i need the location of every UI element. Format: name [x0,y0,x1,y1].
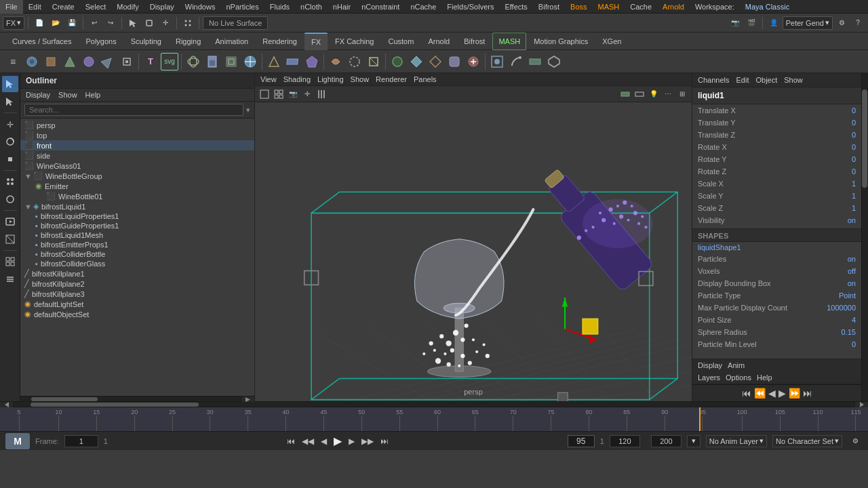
menu-nconstraint[interactable]: nConstraint [356,0,405,14]
outliner-item-emitter[interactable]: ◉ Emitter [20,181,254,191]
shelf-icon-24[interactable] [526,53,544,70]
outliner-item-winebottle01[interactable]: ⬛ WineBottle01 [20,191,254,201]
channels-submenu-options[interactable]: Options [726,373,751,382]
select-tool[interactable] [2,76,18,92]
vp-icon-1[interactable] [258,87,271,101]
outliner-item-bf-collider-glass[interactable]: ▪ bifrostColliderGlass [20,259,254,268]
render-tool[interactable] [2,214,18,230]
shelf-icon-7[interactable] [184,53,202,70]
menu-ncache[interactable]: nCache [405,0,441,14]
search-options-btn[interactable]: ▾ [246,106,250,115]
channels-edit[interactable]: Edit [736,76,749,84]
outliner-item-winebottlegroup[interactable]: ▼ ⬛ WineBottleGroup [20,171,254,181]
no-live-surface-btn[interactable]: No Live Surface [203,16,268,30]
play-start-btn[interactable]: ⏮ [285,436,296,446]
settings-btn[interactable]: ⚙ [834,16,849,30]
nav-frame-fwd-btn[interactable]: ▶ [778,388,786,399]
menu-select[interactable]: Select [80,0,112,14]
right-tab-display[interactable]: Display [698,361,722,369]
shelf-icon-11[interactable] [265,53,283,70]
outliner-item-bf-mesh[interactable]: ▪ bifrostLiquid1Mesh [20,230,254,240]
channels-submenu-help[interactable]: Help [757,373,772,382]
outliner-item-side[interactable]: ⬛ side [20,150,254,161]
3d-viewport[interactable]: persp [255,102,692,401]
scale-tool[interactable] [2,151,18,167]
menu-mash[interactable]: MASH [593,0,625,14]
outliner-item-killplane1[interactable]: ╱ bifrostKillplane1 [20,268,254,279]
vp-wireframe-btn[interactable] [633,87,646,101]
shelf-icon-18[interactable] [408,53,425,70]
camera-btn[interactable]: 📷 [728,16,743,30]
menu-bifrost[interactable]: Bifrost [533,0,565,14]
menu-workspace-value[interactable]: Maya Classic [740,0,795,14]
tab-polygons[interactable]: Polygons [79,33,123,50]
outliner-item-bf-emitter[interactable]: ▪ bifrostEmitterProps1 [20,240,254,249]
shape-row-max-particle-display-count[interactable]: Max Particle Display Count1000000 [692,302,861,314]
vp-lighting-menu[interactable]: Lighting [317,75,344,83]
channel-row-rotate-z[interactable]: Rotate Z0 [692,165,861,178]
outliner-item-bf-guide-props[interactable]: ▪ bifrostGuideProperties1 [20,221,254,230]
channel-row-translate-y[interactable]: Translate Y0 [692,117,861,129]
step-prev-btn[interactable]: ◀ [319,436,328,446]
move-tool[interactable]: ✛ [2,116,18,132]
outliner-item-killplane3[interactable]: ╱ bifrostKillplane3 [20,289,254,299]
channel-row-rotate-y[interactable]: Rotate Y0 [692,153,861,165]
channels-label[interactable]: Channels [698,76,729,84]
current-frame-display[interactable] [568,435,595,447]
play-end-btn[interactable]: ⏭ [379,436,390,446]
channel-row-scale-x[interactable]: Scale X1 [692,178,861,190]
list-tool[interactable] [2,271,18,287]
tab-animation[interactable]: Animation [208,33,255,50]
menu-nhair[interactable]: nHair [328,0,356,14]
tab-fx-caching[interactable]: FX Caching [328,33,380,50]
shape-row-particle-type[interactable]: Particle TypePoint [692,289,861,302]
playhead[interactable] [699,407,701,431]
outliner-scroll-right[interactable]: ▶ [241,396,254,402]
lasso-btn[interactable] [142,16,157,30]
shape-row-voxels[interactable]: Voxelsoff [692,265,861,277]
shelf-icon-9[interactable] [222,53,240,70]
timeline-scroll-track[interactable] [14,403,854,407]
search-input[interactable] [24,104,243,116]
right-tab-anim[interactable]: Anim [728,361,745,369]
shape-row-display-bounding-box[interactable]: Display Bounding Boxon [692,277,861,289]
shelf-icon-10[interactable] [241,53,259,70]
vp-fullscreen-btn[interactable]: ⊞ [675,87,689,101]
shape-row-point-size[interactable]: Point Size4 [692,314,861,326]
timeline-scroll-thumb[interactable] [31,403,199,407]
nav-start-btn[interactable]: ⏮ [742,388,751,399]
shelf-svg-icon[interactable]: svg [161,53,178,70]
shelf-icon-8[interactable] [203,53,221,70]
paint-select-tool[interactable] [2,231,18,247]
new-file-btn[interactable]: 📄 [32,16,47,30]
channels-submenu-layers[interactable]: Layers [698,373,720,382]
outliner-scroll-thumb[interactable] [31,397,98,401]
play-btn[interactable]: ▶ [332,434,343,447]
step-fwd-btn[interactable]: ▶▶ [360,436,375,446]
shelf-icon-22[interactable] [488,53,506,70]
range-options-btn[interactable]: ▾ [687,435,701,447]
render-btn[interactable]: 🎬 [744,16,759,30]
right-scroll-thumb[interactable] [862,89,867,188]
menu-cache[interactable]: Cache [625,0,657,14]
shape-row-sphere-radius[interactable]: Sphere Radius0.15 [692,326,861,338]
vp-icon-cam[interactable]: 📷 [286,87,300,101]
range-end-input[interactable] [651,435,682,447]
tab-fx[interactable]: FX [304,33,328,50]
timeline-scroll-right[interactable] [854,402,868,407]
outliner-item-front[interactable]: ⬛ front [20,140,254,150]
tab-rendering[interactable]: Rendering [256,33,304,50]
shelf-icon-12[interactable] [284,53,302,70]
move-tool-btn[interactable]: ✛ [158,16,173,30]
vp-icon-2[interactable] [272,87,285,101]
snap-grid-btn[interactable] [180,16,195,30]
vp-icon-3[interactable]: ✛ [300,87,314,101]
shelf-icon-3[interactable] [61,53,79,70]
outliner-item-killplane2[interactable]: ╱ bifrostKillplane2 [20,279,254,289]
outliner-item-lightset[interactable]: ◉ defaultLightSet [20,299,254,309]
channel-row-scale-y[interactable]: Scale Y1 [692,190,861,202]
tab-arnold[interactable]: Arnold [421,33,456,50]
history-tool[interactable] [2,191,18,207]
outliner-item-bifrostliquid[interactable]: ▼ ◈ bifrostLiquid1 [20,201,254,211]
channel-row-translate-z[interactable]: Translate Z0 [692,129,861,141]
